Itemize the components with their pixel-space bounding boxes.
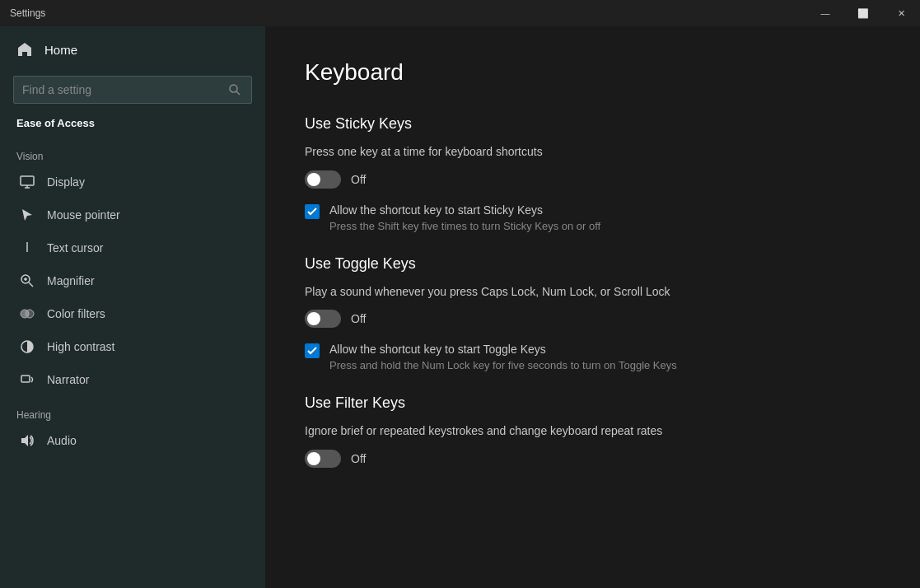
mouse-pointer-icon	[19, 207, 35, 223]
home-label: Home	[44, 43, 77, 57]
sticky-keys-title: Use Sticky Keys	[305, 115, 880, 133]
search-icon	[226, 82, 243, 98]
svg-marker-13	[21, 435, 28, 446]
svg-point-10	[26, 310, 34, 318]
toggle-keys-checkbox[interactable]	[305, 343, 320, 358]
svg-line-6	[29, 282, 33, 287]
narrator-label: Narrator	[47, 373, 89, 386]
minimize-button[interactable]: —	[806, 0, 844, 26]
color-filters-label: Color filters	[47, 307, 105, 320]
display-label: Display	[47, 175, 85, 189]
audio-label: Audio	[47, 434, 77, 447]
home-icon	[16, 41, 33, 58]
app-title: Settings	[10, 7, 45, 19]
sticky-keys-checkbox-row: Allow the shortcut key to start Sticky K…	[305, 203, 880, 232]
sticky-keys-checkbox[interactable]	[305, 204, 320, 219]
high-contrast-icon	[19, 338, 35, 355]
sticky-keys-checkbox-desc: Allow the shortcut key to start Sticky K…	[329, 203, 600, 232]
filter-keys-title: Use Filter Keys	[305, 394, 880, 412]
filter-keys-section: Use Filter Keys Ignore brief or repeated…	[305, 394, 880, 468]
narrator-icon	[19, 371, 35, 388]
mouse-pointer-label: Mouse pointer	[47, 208, 120, 222]
sticky-keys-toggle-row: Off	[305, 170, 880, 189]
sidebar: Home Ease of Access Vision	[0, 26, 265, 588]
close-button[interactable]: ✕	[882, 0, 920, 26]
sidebar-item-color-filters[interactable]: Color filters	[0, 297, 265, 330]
toggle-keys-section: Use Toggle Keys Play a sound whenever yo…	[305, 255, 880, 372]
toggle-keys-toggle[interactable]	[305, 310, 341, 328]
toggle-knob-3	[307, 452, 320, 465]
sidebar-item-text-cursor[interactable]: I Text cursor	[0, 231, 265, 264]
sidebar-item-display[interactable]: Display	[0, 166, 265, 198]
filter-keys-toggle[interactable]	[305, 450, 341, 468]
hearing-group-label: Hearing	[0, 396, 265, 424]
maximize-button[interactable]: ⬜	[844, 0, 882, 26]
sidebar-item-home[interactable]: Home	[0, 26, 265, 72]
sticky-keys-toggle[interactable]	[305, 170, 341, 189]
display-icon	[19, 174, 35, 190]
toggle-keys-title: Use Toggle Keys	[305, 255, 880, 273]
sidebar-item-mouse-pointer[interactable]: Mouse pointer	[0, 198, 265, 231]
toggle-keys-checkbox-desc: Allow the shortcut key to start Toggle K…	[329, 343, 677, 371]
filter-keys-description: Ignore brief or repeated keystrokes and …	[305, 423, 880, 440]
breadcrumb: Ease of Access	[0, 114, 265, 138]
sidebar-item-narrator[interactable]: Narrator	[0, 363, 265, 396]
titlebar: Settings — ⬜ ✕	[0, 0, 920, 26]
search-input[interactable]	[22, 83, 226, 96]
toggle-keys-checkbox-label: Allow the shortcut key to start Toggle K…	[329, 343, 677, 356]
svg-line-1	[236, 91, 240, 95]
filter-keys-toggle-label: Off	[351, 452, 366, 465]
page-title: Keyboard	[305, 59, 880, 86]
sidebar-item-audio[interactable]: Audio	[0, 424, 265, 457]
toggle-keys-description: Play a sound whenever you press Caps Loc…	[305, 284, 880, 301]
sticky-keys-section: Use Sticky Keys Press one key at a time …	[305, 115, 880, 232]
audio-icon	[19, 432, 35, 449]
sidebar-item-magnifier[interactable]: Magnifier	[0, 264, 265, 297]
toggle-keys-checkbox-row: Allow the shortcut key to start Toggle K…	[305, 343, 880, 371]
window-controls: — ⬜ ✕	[806, 0, 920, 26]
toggle-knob	[307, 173, 320, 186]
text-cursor-label: Text cursor	[47, 241, 103, 254]
magnifier-icon	[19, 273, 35, 289]
vision-group-label: Vision	[0, 138, 265, 166]
sticky-keys-checkbox-sub: Press the Shift key five times to turn S…	[329, 220, 600, 232]
svg-rect-12	[21, 376, 30, 382]
svg-point-0	[230, 85, 237, 92]
toggle-keys-toggle-label: Off	[351, 312, 366, 325]
toggle-keys-checkbox-sub: Press and hold the Num Lock key for five…	[329, 359, 677, 371]
filter-keys-toggle-row: Off	[305, 450, 880, 468]
main-content: Keyboard Use Sticky Keys Press one key a…	[265, 26, 920, 588]
magnifier-label: Magnifier	[47, 274, 95, 287]
app-body: Home Ease of Access Vision	[0, 26, 920, 588]
sidebar-item-high-contrast[interactable]: High contrast	[0, 330, 265, 363]
toggle-knob-2	[307, 312, 320, 325]
search-box[interactable]	[13, 76, 252, 104]
checkmark-icon-2	[307, 347, 317, 355]
color-filters-icon	[19, 306, 35, 322]
sticky-keys-checkbox-label: Allow the shortcut key to start Sticky K…	[329, 203, 600, 217]
text-cursor-icon: I	[19, 240, 35, 256]
sticky-keys-toggle-label: Off	[351, 173, 366, 186]
toggle-keys-toggle-row: Off	[305, 310, 880, 328]
checkmark-icon	[307, 208, 317, 216]
high-contrast-label: High contrast	[47, 340, 114, 353]
sticky-keys-description: Press one key at a time for keyboard sho…	[305, 144, 880, 161]
svg-rect-2	[21, 176, 34, 185]
